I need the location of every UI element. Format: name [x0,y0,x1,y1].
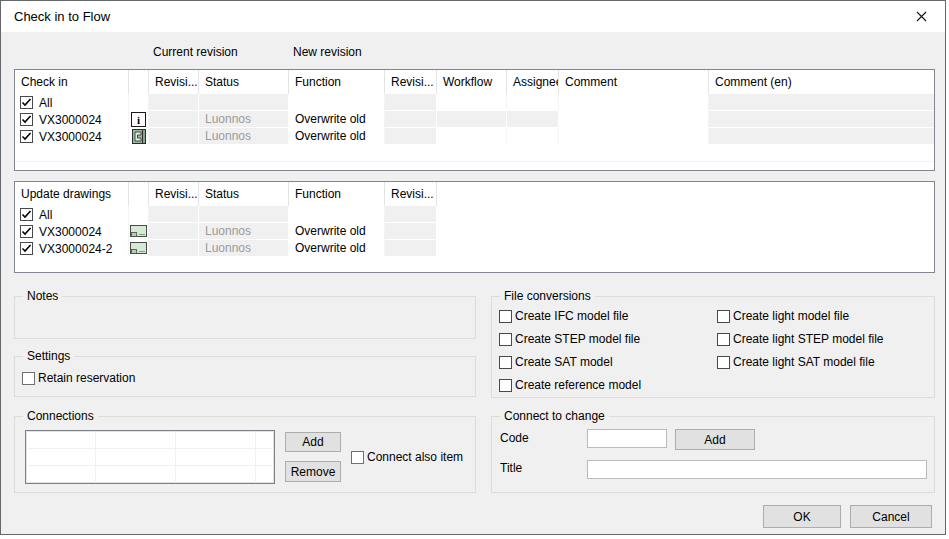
notes-group-label: Notes [23,289,62,303]
checkin-row-2: VX3000024LuonnosOverwrite old [15,128,934,145]
connections-remove-button[interactable]: Remove [285,461,341,482]
create-light-model-file-checkbox[interactable] [717,310,730,323]
checkin-row-0-checkbox[interactable] [20,96,33,109]
connections-list-cell [176,449,256,466]
create-light-step-model-file-checkbox[interactable] [717,333,730,346]
drawings-cell-function[interactable]: Overwrite old [289,240,385,257]
checkin-table: Check inRevisi...StatusFunctionRevisi...… [14,69,935,171]
cancel-button[interactable]: Cancel [850,505,932,528]
checkin-cell-assignee[interactable] [507,128,559,145]
drawings-column-rev_cur[interactable]: Revisi... [149,182,199,206]
drawings-column-rev_new[interactable]: Revisi... [385,182,437,206]
drawings-row-1-checkbox[interactable] [20,225,33,238]
create-reference-model-checkbox[interactable] [499,379,512,392]
checkin-cell-function[interactable] [289,94,385,111]
checkin-column-assignee[interactable]: Assignee [507,70,559,94]
drawings-cell-icon [129,206,149,223]
checkin-column-status[interactable]: Status [199,70,289,94]
drawings-row-2-label: VX3000024-2 [39,242,112,256]
checkin-column-rev_new[interactable]: Revisi... [385,70,437,94]
connections-list-row [26,431,274,449]
connections-list-row [26,449,274,467]
create-sat-model-checkbox[interactable] [499,356,512,369]
drawings-cell-rev_cur [149,223,199,240]
close-button[interactable] [899,1,943,31]
checkin-cell-workflow[interactable] [437,128,507,145]
checkin-column-comment[interactable]: Comment [559,70,709,94]
create-step-model-file-option: Create STEP model file [499,332,641,346]
connect-also-item-checkbox[interactable] [351,451,364,464]
create-ifc-model-file-checkbox[interactable] [499,310,512,323]
notes-group: Notes [14,296,476,339]
titlebar[interactable]: Check in to Flow [1,1,945,32]
window-title: Check in to Flow [14,9,110,24]
ok-button[interactable]: OK [763,505,841,528]
connections-list[interactable] [25,430,275,484]
drawings-column-icon[interactable] [129,182,149,206]
checkin-cell-comment_en [709,128,934,145]
checkin-cell-comment[interactable] [559,128,709,145]
create-light-step-model-file-option: Create light STEP model file [717,332,884,346]
checkin-column-function[interactable]: Function [289,70,385,94]
checkin-row-0-label: All [39,96,52,110]
file-conversions-group-label: File conversions [500,289,595,303]
title-input[interactable] [587,460,927,479]
new-revision-label: New revision [293,45,362,59]
drawings-column-function[interactable]: Function [289,182,385,206]
create-light-sat-model-file-checkbox[interactable] [717,356,730,369]
checkin-row-2-checkbox[interactable] [20,130,33,143]
checkin-cell-status [199,94,289,111]
checkin-cell-rev_cur [149,94,199,111]
change-add-button[interactable]: Add [675,429,755,450]
drawings-row-0-label: All [39,208,52,222]
retain-reservation-checkbox[interactable] [22,372,35,385]
checkin-row-2-label: VX3000024 [39,130,102,144]
drawings-row-1-label: VX3000024 [39,225,102,239]
create-ifc-model-file-label: Create IFC model file [515,309,628,323]
checkin-row-0: All [15,94,934,111]
drawings-cell-rest [437,223,934,240]
drawings-cell-rest [437,240,934,257]
svg-text:i: i [137,114,140,126]
checkin-column-name[interactable]: Check in [15,70,129,94]
info-icon: i [129,111,149,128]
checkin-empty-row [15,145,934,162]
checkin-cell-assignee[interactable] [507,94,559,111]
drawings-cell-rest [437,206,934,223]
retain-reservation-option: Retain reservation [22,371,135,385]
drawing-icon [129,240,149,257]
checkin-cell-comment[interactable] [559,94,709,111]
code-input[interactable] [587,429,667,448]
drawings-cell-function[interactable]: Overwrite old [289,223,385,240]
drawings-row-2-checkbox[interactable] [20,242,33,255]
checkin-row-1-checkbox[interactable] [20,113,33,126]
drawings-cell-name: VX3000024 [15,223,129,240]
connections-list-cell [96,431,176,448]
checkin-cell-function[interactable]: Overwrite old [289,128,385,145]
connections-add-button[interactable]: Add [285,432,341,452]
checkin-column-icon[interactable] [129,70,149,94]
checkin-cell-function[interactable]: Overwrite old [289,111,385,128]
drawings-column-status[interactable]: Status [199,182,289,206]
drawings-cell-status: Luonnos [199,223,289,240]
checkin-row-1-label: VX3000024 [39,113,102,127]
file-conversions-left-column: Create IFC model fileCreate STEP model f… [499,309,641,401]
create-step-model-file-checkbox[interactable] [499,333,512,346]
drawings-column-rest[interactable] [437,182,934,206]
drawings-row-0-checkbox[interactable] [20,208,33,221]
checkin-column-workflow[interactable]: Workflow [437,70,507,94]
connections-group-label: Connections [23,409,98,423]
drawings-column-name[interactable]: Update drawings [15,182,129,206]
checkin-cell-rev_new [385,94,437,111]
create-light-sat-model-file-label: Create light SAT model file [733,355,875,369]
drawings-cell-rev_cur [149,206,199,223]
checkin-column-comment_en[interactable]: Comment (en) [709,70,934,94]
drawings-cell-function[interactable] [289,206,385,223]
checkin-column-rev_cur[interactable]: Revisi... [149,70,199,94]
checkin-cell-workflow[interactable] [437,94,507,111]
checkin-cell-icon [129,94,149,111]
create-reference-model-label: Create reference model [515,378,641,392]
checkin-cell-workflow [437,111,507,128]
file-conversions-right-column: Create light model fileCreate light STEP… [717,309,884,378]
checkin-cell-comment[interactable] [559,111,709,128]
